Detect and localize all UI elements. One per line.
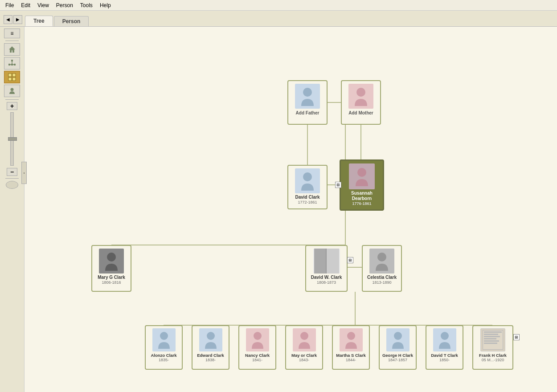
person-card-frank[interactable]: Frank H Clark 05 M...-1920 (472, 325, 513, 370)
david-clark-dates: 1772-1861 (298, 200, 317, 204)
svg-point-33 (303, 172, 312, 181)
alonzo-dates: 1835- (159, 358, 169, 362)
svg-point-35 (107, 253, 116, 261)
person-card-may-or-clark[interactable]: May or Clark 1843- (285, 325, 323, 370)
nav-arrows: ◀ ▶ (4, 15, 22, 24)
tab-person[interactable]: Person (54, 16, 89, 26)
nav-back-button[interactable]: ◀ (4, 15, 12, 24)
menu-view[interactable]: View (34, 1, 53, 9)
david-w-clark-dates: 1808-1873 (317, 280, 336, 285)
svg-point-39 (254, 332, 262, 340)
svg-point-38 (207, 332, 215, 340)
martha-dates: 1844- (346, 358, 356, 362)
svg-point-34 (357, 168, 366, 177)
svg-point-36 (377, 253, 386, 261)
menu-file[interactable]: File (2, 1, 17, 9)
person-card-edward[interactable]: Edward Clark 1838- (192, 325, 229, 370)
svg-marker-0 (9, 46, 15, 53)
add-father-label: Add Father (296, 110, 319, 115)
sidebar-tree-btn[interactable] (4, 57, 20, 69)
person-card-celestia-clark[interactable]: Celestia Clark 1813-1890 (362, 245, 402, 292)
alonzo-name: Alonzo Clark (151, 353, 176, 358)
nancy-dates: 1841- (252, 358, 262, 362)
may-clark-dates: 1843- (299, 358, 309, 362)
person-card-george[interactable]: George H Clark 1847-1857 (379, 325, 417, 370)
person-card-nancy[interactable]: Nancy Clark 1841- (238, 325, 276, 370)
susannah-name: Susannah Dearborn (343, 191, 381, 201)
tabbar: ◀ ▶ Tree Person (0, 11, 557, 27)
nancy-name: Nancy Clark (245, 353, 270, 358)
main-layout: ≡ › + − (0, 27, 557, 392)
menu-edit[interactable]: Edit (17, 1, 34, 9)
zoom-slider[interactable] (10, 112, 14, 166)
svg-rect-1 (11, 60, 13, 61)
edward-name: Edward Clark (197, 353, 224, 358)
martha-name: Martha S Clark (336, 353, 366, 358)
frank-name: Frank H Clark (479, 353, 507, 358)
nav-forward-button[interactable]: ▶ (13, 15, 22, 24)
david-clark-name: David Clark (295, 195, 319, 200)
menu-person[interactable]: Person (53, 1, 77, 9)
person-card-add-father[interactable]: Add Father (287, 80, 328, 125)
menu-help[interactable]: Help (96, 1, 115, 9)
sidebar: ≡ › + − (0, 27, 25, 392)
mary-clark-dates: 1806-1816 (102, 280, 121, 285)
george-dates: 1847-1857 (388, 358, 407, 362)
sidebar-person-btn[interactable] (4, 85, 20, 97)
svg-point-11 (11, 88, 14, 91)
person-card-add-mother[interactable]: Add Mother (341, 80, 381, 125)
svg-rect-8 (12, 74, 16, 77)
david-t-dates: 1850- (439, 358, 450, 362)
david-w-clark-name: David W. Clark (311, 275, 342, 280)
person-card-martha[interactable]: Martha S Clark 1844- (332, 325, 370, 370)
person-card-david-w-clark[interactable]: David W. Clark 1808-1873 (305, 245, 348, 292)
celestia-clark-dates: 1813-1890 (372, 280, 391, 285)
svg-point-31 (303, 88, 312, 97)
svg-point-37 (160, 332, 168, 340)
tab-tree[interactable]: Tree (25, 16, 53, 26)
person-card-david-t[interactable]: David T Clark 1850- (426, 325, 463, 370)
expand-icon-children[interactable]: ⊞ (347, 257, 353, 263)
edward-dates: 1838- (205, 358, 216, 362)
person-card-alonzo[interactable]: Alonzo Clark 1835- (145, 325, 183, 370)
svg-point-43 (441, 332, 449, 340)
david-t-name: David T Clark (431, 353, 458, 358)
frank-dates: 05 M...-1920 (482, 358, 504, 362)
zoom-plus-btn[interactable]: + (7, 102, 17, 110)
sidebar-chart-btn[interactable] (4, 71, 20, 83)
mary-clark-name: Mary G Clark (98, 275, 125, 280)
person-card-david-clark[interactable]: David Clark 1772-1861 (287, 165, 328, 209)
expand-icon-bottom[interactable]: ⊞ (513, 334, 520, 340)
svg-rect-10 (12, 78, 16, 81)
susannah-dates: 1776-1861 (352, 201, 371, 206)
may-clark-name: May or Clark (291, 353, 317, 358)
svg-point-32 (356, 88, 365, 97)
sidebar-oval-btn[interactable] (6, 181, 18, 189)
svg-point-41 (347, 332, 355, 340)
person-card-susannah-dearborn[interactable]: Susannah Dearborn 1776-1861 (340, 159, 384, 211)
george-name: George H Clark (382, 353, 413, 358)
sidebar-menu-btn[interactable]: ≡ (4, 29, 20, 38)
sidebar-home-btn[interactable] (4, 43, 20, 56)
svg-rect-7 (8, 74, 12, 77)
sidebar-expander[interactable]: › (21, 162, 27, 184)
menu-tools[interactable]: Tools (77, 1, 96, 9)
celestia-clark-name: Celestia Clark (367, 275, 397, 280)
person-card-mary-clark[interactable]: Mary G Clark 1806-1816 (91, 245, 131, 292)
svg-point-40 (300, 332, 308, 340)
expand-icon-parents[interactable]: ⊞ (335, 182, 341, 188)
svg-rect-9 (8, 78, 12, 81)
zoom-minus-btn[interactable]: − (7, 168, 17, 176)
svg-point-42 (394, 332, 402, 340)
menubar: File Edit View Person Tools Help (0, 0, 557, 11)
add-mother-label: Add Mother (348, 110, 373, 115)
tree-canvas: Add Father Add Mother ⊞ David Clark 1772… (25, 27, 557, 392)
